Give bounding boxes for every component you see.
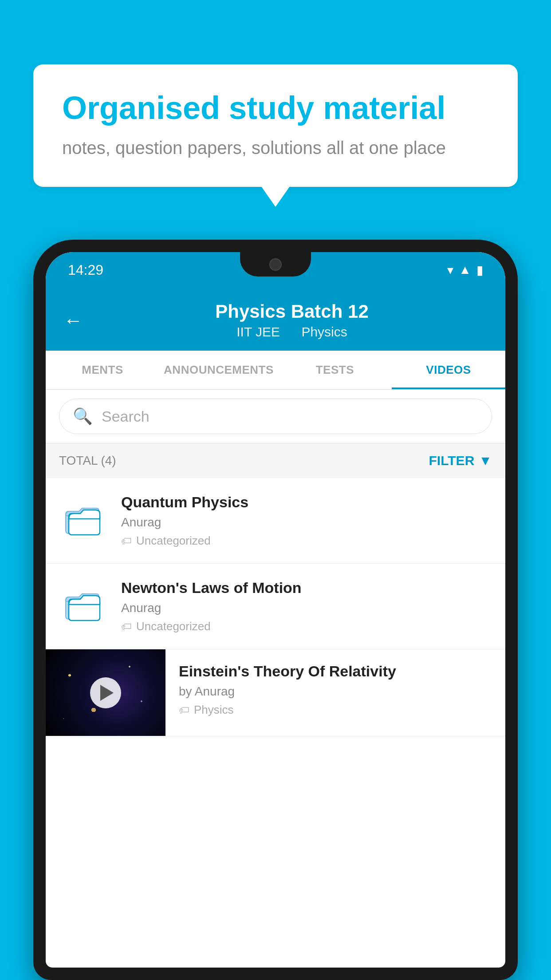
list-item[interactable]: Einstein's Theory Of Relativity by Anura…: [46, 649, 505, 736]
tab-announcements[interactable]: ANNOUNCEMENTS: [159, 351, 278, 389]
tabs-bar: MENTS ANNOUNCEMENTS TESTS VIDEOS: [46, 351, 505, 390]
filter-bar: TOTAL (4) FILTER ▼: [46, 443, 505, 478]
app-header: ← Physics Batch 12 IIT JEE Physics: [46, 288, 505, 351]
status-time: 14:29: [68, 262, 103, 278]
phone-inner: 14:29 ▾ ▲ ▮ ← Physics Batch 12 IIT JEE P…: [46, 252, 505, 968]
phone-notch: [240, 252, 311, 277]
signal-icon: ▲: [459, 263, 471, 277]
video-title: Newton's Laws of Motion: [121, 579, 492, 597]
list-item[interactable]: Quantum Physics Anurag 🏷 Uncategorized: [46, 478, 505, 564]
search-input-placeholder[interactable]: Search: [102, 408, 150, 425]
back-button[interactable]: ←: [63, 309, 83, 332]
phone-outer: 14:29 ▾ ▲ ▮ ← Physics Batch 12 IIT JEE P…: [33, 240, 518, 980]
video-tag: 🏷 Physics: [179, 703, 492, 717]
battery-icon: ▮: [476, 263, 483, 277]
filter-button[interactable]: FILTER ▼: [429, 453, 492, 468]
tab-ments[interactable]: MENTS: [46, 351, 159, 389]
folder-icon: [59, 494, 108, 542]
tag-label: Uncategorized: [136, 534, 211, 548]
speech-bubble: Organised study material notes, question…: [33, 64, 518, 187]
filter-label: FILTER: [429, 453, 475, 468]
tag-label: Uncategorized: [136, 620, 211, 633]
folder-icon: [59, 579, 108, 628]
header-subtitle-physics: Physics: [301, 324, 347, 339]
video-info: Quantum Physics Anurag 🏷 Uncategorized: [121, 494, 492, 548]
video-list: Quantum Physics Anurag 🏷 Uncategorized: [46, 478, 505, 736]
tab-tests[interactable]: TESTS: [278, 351, 392, 389]
video-info: Newton's Laws of Motion Anurag 🏷 Uncateg…: [121, 579, 492, 633]
video-author: by Anurag: [179, 684, 492, 699]
header-subtitle-iitjee: IIT JEE: [236, 324, 280, 339]
search-container: 🔍 Search: [46, 390, 505, 443]
play-icon: [100, 685, 114, 701]
video-info: Einstein's Theory Of Relativity by Anura…: [179, 649, 505, 730]
video-tag: 🏷 Uncategorized: [121, 620, 492, 633]
status-icons: ▾ ▲ ▮: [447, 263, 483, 277]
header-title: Physics Batch 12: [96, 301, 488, 322]
wifi-icon: ▾: [447, 263, 453, 277]
video-author: Anurag: [121, 515, 492, 530]
search-bar[interactable]: 🔍 Search: [59, 399, 492, 434]
search-icon: 🔍: [73, 407, 93, 426]
header-title-area: Physics Batch 12 IIT JEE Physics: [96, 301, 488, 340]
video-tag: 🏷 Uncategorized: [121, 534, 492, 548]
tag-icon: 🏷: [121, 620, 132, 633]
tag-label: Physics: [194, 703, 234, 717]
speech-bubble-container: Organised study material notes, question…: [33, 64, 518, 187]
play-button[interactable]: [90, 677, 121, 708]
list-item[interactable]: Newton's Laws of Motion Anurag 🏷 Uncateg…: [46, 564, 505, 649]
filter-icon: ▼: [479, 453, 492, 468]
thumb-bg: [46, 649, 165, 736]
folder-svg: [63, 586, 103, 621]
status-bar: 14:29 ▾ ▲ ▮: [46, 252, 505, 288]
phone-camera: [269, 258, 282, 271]
folder-svg: [63, 500, 103, 536]
total-count: TOTAL (4): [59, 454, 116, 468]
video-author: Anurag: [121, 601, 492, 615]
speech-bubble-title: Organised study material: [62, 89, 489, 127]
tab-videos[interactable]: VIDEOS: [392, 351, 505, 389]
speech-bubble-subtitle: notes, question papers, solutions all at…: [62, 138, 489, 158]
header-subtitle: IIT JEE Physics: [96, 324, 488, 340]
tag-icon: 🏷: [179, 704, 189, 716]
video-title: Einstein's Theory Of Relativity: [179, 663, 492, 680]
video-thumbnail: [46, 649, 165, 736]
tag-icon: 🏷: [121, 535, 132, 547]
video-title: Quantum Physics: [121, 494, 492, 511]
